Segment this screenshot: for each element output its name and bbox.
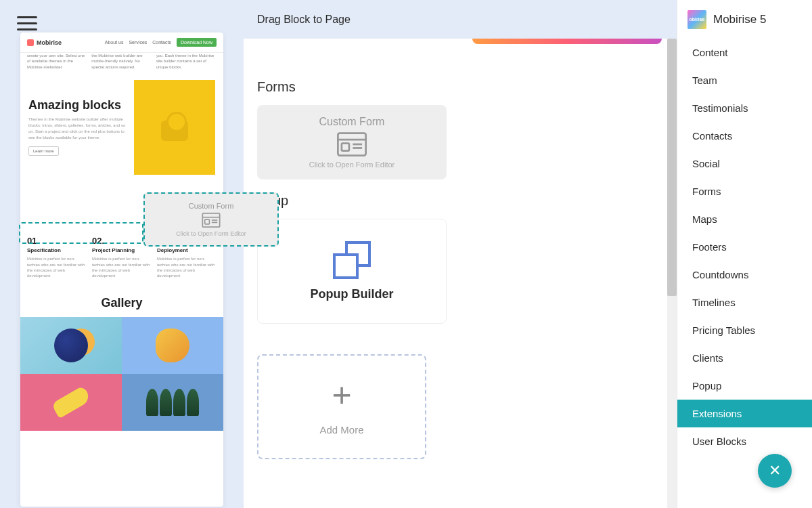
dragging-block-hint: Click to Open Form Editor (176, 230, 246, 237)
svg-rect-2 (205, 219, 210, 224)
menu-button[interactable] (17, 12, 37, 35)
preview-logo: Mobirise (27, 39, 62, 46)
plus-icon: + (332, 378, 351, 412)
category-clients[interactable]: Clients (677, 344, 812, 372)
block-title: Custom Form (319, 116, 385, 128)
svg-rect-7 (342, 144, 349, 151)
category-user-blocks[interactable]: User Blocks (677, 427, 812, 455)
gradient-decoration (472, 39, 662, 44)
category-testimonials[interactable]: Testimonials (677, 94, 812, 122)
dragging-block-title: Custom Form (189, 202, 234, 210)
preview-hero-columns: create your own site. Select one of avai… (20, 53, 223, 70)
preview-phone-image (134, 80, 215, 175)
block-hint: Click to Open Form Editor (309, 161, 395, 169)
category-timelines[interactable]: Timelines (677, 289, 812, 316)
add-more-label: Add More (319, 424, 363, 436)
blocks-panel: Drag Block to Page Forms Custom Form Cli… (244, 0, 677, 508)
category-footers[interactable]: Footers (677, 233, 812, 261)
preview-nav: About usServicesContacts Download Now (105, 38, 217, 47)
page-preview[interactable]: Mobirise About usServicesContacts Downlo… (20, 33, 223, 507)
categories-sidebar: obirise Mobirise 5 ContentTeamTestimonia… (677, 0, 812, 508)
brand-logo: obirise (687, 10, 706, 29)
preview-learn-more: Learn more (28, 146, 59, 156)
drop-target-indicator[interactable] (19, 222, 143, 244)
scrollbar-thumb[interactable] (667, 39, 677, 296)
category-countdowns[interactable]: Countdowns (677, 261, 812, 289)
form-icon (337, 132, 367, 156)
category-content[interactable]: Content (677, 39, 812, 66)
preview-feature-block: Amazing blocks Themes in the Mobirise we… (20, 70, 223, 185)
preview-feature-title: Amazing blocks (28, 99, 127, 112)
scrollbar[interactable] (667, 39, 677, 508)
category-maps[interactable]: Maps (677, 205, 812, 233)
category-extensions[interactable]: Extensions (677, 400, 812, 427)
category-list: ContentTeamTestimonialsContactsSocialFor… (677, 39, 812, 508)
block-title: Popup Builder (311, 287, 394, 301)
popup-section-title: up (273, 193, 663, 209)
category-popup[interactable]: Popup (677, 372, 812, 400)
popup-icon (333, 241, 371, 279)
form-icon (202, 213, 221, 228)
forms-section-title: Forms (257, 79, 663, 95)
close-panel-button[interactable]: ✕ (758, 454, 792, 488)
dragging-custom-form-block[interactable]: Custom Form Click to Open Form Editor (143, 192, 279, 247)
category-team[interactable]: Team (677, 66, 812, 94)
preview-gallery: Gallery (20, 289, 223, 431)
page-preview-panel: Mobirise About usServicesContacts Downlo… (0, 0, 244, 508)
add-more-button[interactable]: + Add More (257, 354, 426, 459)
category-contacts[interactable]: Contacts (677, 122, 812, 150)
preview-download: Download Now (177, 38, 217, 47)
popup-builder-block[interactable]: Popup Builder (257, 219, 447, 324)
brand-name: Mobirise 5 (713, 13, 766, 26)
category-pricing-tables[interactable]: Pricing Tables (677, 316, 812, 344)
preview-header: Mobirise About usServicesContacts Downlo… (20, 33, 223, 53)
close-icon: ✕ (769, 462, 781, 480)
category-forms[interactable]: Forms (677, 177, 812, 205)
panel-title: Drag Block to Page (244, 0, 677, 39)
brand-header: obirise Mobirise 5 (677, 0, 812, 39)
custom-form-block[interactable]: Custom Form Click to Open Form Editor (257, 105, 447, 179)
category-social[interactable]: Social (677, 150, 812, 177)
